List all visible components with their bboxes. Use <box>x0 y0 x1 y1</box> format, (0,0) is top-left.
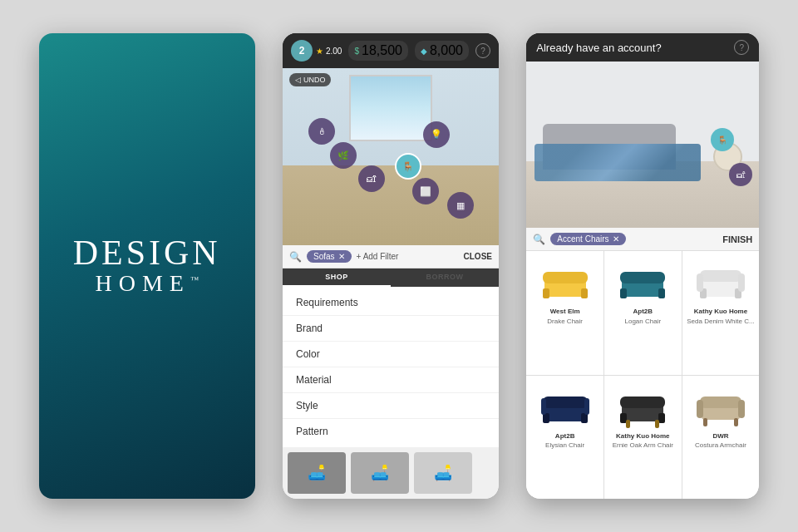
app-logo: DESIGN HOME™ <box>73 235 221 297</box>
svg-rect-5 <box>620 272 665 283</box>
chair-icon: 🪑 <box>402 161 414 172</box>
sofa-icon: 🛋 <box>367 174 376 184</box>
search-icon: 🔍 <box>289 251 302 263</box>
filter-pattern[interactable]: Pattern <box>283 419 499 444</box>
design-word: DESIGN <box>73 235 221 270</box>
star-icon: ★ <box>316 47 323 56</box>
chairs-topbar: Already have an account? ? <box>526 33 759 62</box>
chair-name-4: Ernie Oak Arm Chair <box>613 441 673 450</box>
room-window <box>349 75 432 141</box>
svg-rect-9 <box>700 270 741 282</box>
filter-requirements[interactable]: Requirements <box>283 290 499 316</box>
svg-rect-30 <box>703 418 707 426</box>
filter-menu: Requirements Brand Color Material Style … <box>283 287 499 447</box>
sofa-thumb-2[interactable]: 🛋️ <box>351 452 409 494</box>
sofa-preview-row: 🛋️ 🛋️ 🛋️ <box>283 447 499 499</box>
remove-chairs-filter-button[interactable]: ✕ <box>613 234 619 244</box>
chair-item-2[interactable]: Kathy Kuo Home Seda Denim White C... <box>682 251 760 375</box>
chair-image-0 <box>534 256 596 306</box>
chair-brand-4: Kathy Kuo Home <box>616 432 669 441</box>
chair-item-0[interactable]: West Elm Drake Chair <box>526 251 603 375</box>
chair-brand-5: DWR <box>712 432 728 441</box>
room-item-dot-7[interactable]: ▦ <box>447 192 474 219</box>
svg-rect-3 <box>581 288 588 298</box>
room-item-dot-5[interactable]: ⬜ <box>412 178 439 204</box>
room-item-dot-3[interactable]: 🛋 <box>358 165 385 192</box>
chair-item-1[interactable]: Apt2B Logan Chair <box>604 251 682 375</box>
editor-bottom: 🔍 Sofas ✕ + Add Filter CLOSE SHOP BORROW… <box>283 245 499 499</box>
finish-button[interactable]: FINISH <box>722 234 752 244</box>
remove-filter-button[interactable]: ✕ <box>338 252 345 261</box>
lamp-icon: 💡 <box>431 129 442 140</box>
chair-brand-3: Apt2B <box>555 432 575 441</box>
plant-icon: 🌿 <box>337 150 349 161</box>
chair-image-3 <box>534 381 596 431</box>
close-button[interactable]: CLOSE <box>464 252 492 261</box>
rug-icon: ▦ <box>456 200 465 211</box>
sofa-thumb-3[interactable]: 🛋️ <box>414 452 472 494</box>
chair-image-1 <box>612 256 674 306</box>
chairs-room: 🪑 🛋 <box>526 62 759 228</box>
account-text: Already have an account? <box>536 42 661 54</box>
undo-arrow: ◁ <box>295 76 301 84</box>
svg-rect-18 <box>541 398 546 415</box>
filter-bar: 🔍 Sofas ✕ + Add Filter CLOSE <box>283 245 499 268</box>
svg-rect-19 <box>584 398 589 415</box>
coin-stat: $ 18,500 <box>348 41 408 61</box>
shop-tabs: SHOP BORROW <box>283 268 499 287</box>
chairs-help-icon[interactable]: ? <box>734 40 749 55</box>
chairs-chair-icon: 🪑 <box>717 135 727 145</box>
table-icon: ⬜ <box>420 186 431 197</box>
svg-rect-7 <box>658 288 665 298</box>
room-item-dot-6[interactable]: 💡 <box>423 121 450 148</box>
tab-shop[interactable]: SHOP <box>283 268 391 287</box>
chair-item-3[interactable]: Apt2B Elysian Chair <box>526 376 603 500</box>
svg-rect-29 <box>738 400 745 418</box>
editor-topbar: 2 ★ 2.00 $ 18,500 ◆ 8,000 ? <box>283 33 499 68</box>
accent-chairs-filter-tag[interactable]: Accent Chairs ✕ <box>550 233 625 245</box>
room-item-dot-1[interactable]: 🕯 <box>308 118 335 145</box>
svg-rect-28 <box>697 400 703 418</box>
chair-brand-1: Apt2B <box>633 308 653 316</box>
home-word: HOME™ <box>73 270 221 297</box>
svg-rect-6 <box>620 288 627 298</box>
chairs-filter-bar: 🔍 Accent Chairs ✕ FINISH <box>526 228 759 251</box>
chair-image-5 <box>689 381 751 431</box>
diamond-stat: ◆ 8,000 <box>415 41 469 61</box>
chair-item-4[interactable]: Kathy Kuo Home Ernie Oak Arm Chair <box>604 376 682 500</box>
editor-room: ◁ UNDO 🕯 🌿 🛋 🪑 ⬜ 💡 ▦ <box>283 68 499 245</box>
topbar-stats: ★ 2.00 $ 18,500 ◆ 8,000 ? <box>316 41 490 61</box>
help-icon[interactable]: ? <box>475 43 490 58</box>
chair-name-0: Drake Chair <box>547 318 583 326</box>
tab-borrow[interactable]: BORROW <box>391 268 499 287</box>
svg-rect-27 <box>700 397 741 408</box>
undo-button[interactable]: ◁ UNDO <box>289 73 332 86</box>
chair-name-1: Logan Chair <box>625 318 662 326</box>
svg-rect-21 <box>620 397 665 408</box>
svg-rect-12 <box>697 273 703 292</box>
chairs-item-icon: 🛋 <box>736 170 745 180</box>
svg-rect-22 <box>620 413 627 423</box>
svg-rect-2 <box>543 288 549 298</box>
add-filter-button[interactable]: + Add Filter <box>357 252 399 261</box>
fireplace-icon: 🕯 <box>318 126 327 136</box>
chair-name-2: Seda Denim White C... <box>687 318 754 326</box>
svg-rect-23 <box>658 413 665 423</box>
svg-rect-15 <box>543 397 588 408</box>
chairs-panel: Already have an account? ? 🪑 🛋 🔍 Accent … <box>526 33 759 499</box>
svg-rect-1 <box>543 272 588 283</box>
filter-material[interactable]: Material <box>283 367 499 393</box>
filter-brand[interactable]: Brand <box>283 316 499 342</box>
sofa-thumb-1[interactable]: 🛋️ <box>288 452 346 494</box>
filter-color[interactable]: Color <box>283 342 499 367</box>
chair-name-3: Elysian Chair <box>545 441 584 450</box>
sofa-filter-tag[interactable]: Sofas ✕ <box>307 250 352 263</box>
coin-icon: $ <box>354 47 359 56</box>
chair-brand-2: Kathy Kuo Home <box>694 308 747 316</box>
chair-image-2 <box>689 256 751 306</box>
editor-panel: 2 ★ 2.00 $ 18,500 ◆ 8,000 ? <box>283 33 499 499</box>
star-stat: ★ 2.00 <box>316 47 342 56</box>
filter-style[interactable]: Style <box>283 393 499 419</box>
chairs-search-icon: 🔍 <box>533 234 545 245</box>
chair-item-5[interactable]: DWR Costura Armchair <box>682 376 760 500</box>
